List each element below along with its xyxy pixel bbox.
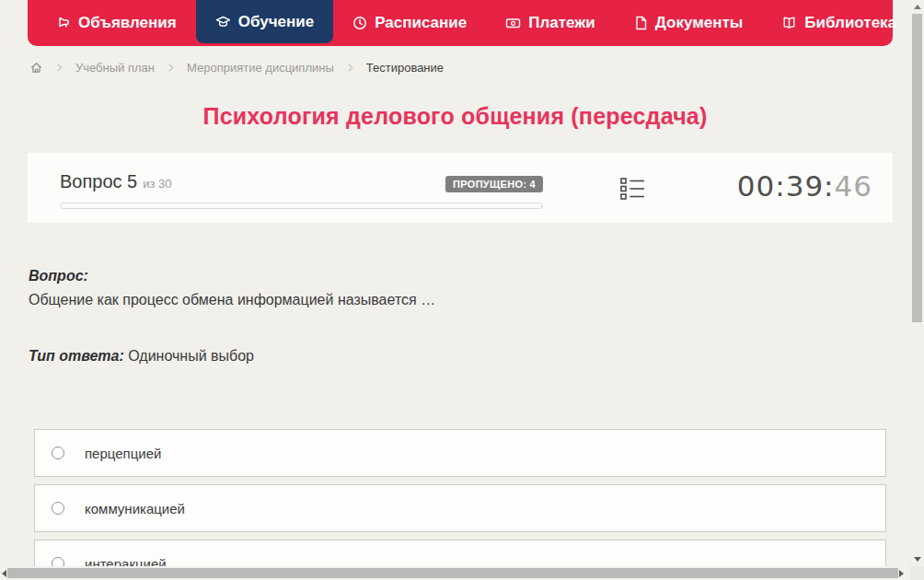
nav-item-label: Обучение [238, 13, 314, 31]
breadcrumb-item-testing: Тестирование [366, 61, 444, 75]
nav-item-library[interactable]: Библиотека [762, 0, 910, 46]
lms-test-page: Объявления Обучение Расписание Платежи [0, 0, 910, 566]
nav-item-documents[interactable]: Документы [615, 0, 763, 46]
clock-icon [352, 16, 367, 30]
nav-item-payments[interactable]: Платежи [486, 0, 615, 46]
page-title: Психология делового общения (пересдача) [0, 103, 910, 130]
nav-item-label: Платежи [528, 14, 595, 32]
chevron-right-icon [54, 63, 64, 73]
breadcrumb-item-discipline-event[interactable]: Мероприятие дисциплины [187, 61, 334, 75]
open-book-icon [781, 16, 797, 30]
answer-option-label: коммуникацией [85, 501, 185, 516]
scroll-right-arrow-icon[interactable] [899, 570, 904, 577]
breadcrumb: Учебный план Мероприятие дисциплины Тест… [29, 57, 444, 77]
answer-option-label: интеракцией [85, 556, 167, 567]
skipped-badge: ПРОПУЩЕНО: 4 [445, 176, 543, 192]
answer-option[interactable]: коммуникацией [34, 484, 886, 532]
browser-viewport: Объявления Обучение Расписание Платежи [0, 0, 924, 580]
answer-type-value: Одиночный выбор [128, 348, 254, 364]
nav-item-learning[interactable]: Обучение [196, 0, 333, 43]
nav-item-label: Расписание [375, 14, 467, 32]
scroll-down-arrow-icon[interactable] [914, 557, 921, 562]
nav-item-announcements[interactable]: Объявления [37, 0, 196, 46]
answer-type-label: Тип ответа: [29, 348, 124, 364]
answer-type-row: Тип ответа: Одиночный выбор [29, 348, 254, 365]
answer-option-label: перцепцией [85, 446, 161, 461]
timer-hours-minutes: 00:39: [737, 169, 835, 203]
nav-item-label: Библиотека [804, 14, 896, 32]
breadcrumb-item-curriculum[interactable]: Учебный план [75, 61, 155, 75]
radio-button-icon[interactable] [52, 447, 64, 459]
answer-options-list: перцепцией коммуникацией интеракцией [34, 429, 886, 566]
question-total: из 30 [143, 177, 171, 191]
question-text: Общение как процесс обмена информацией н… [29, 292, 875, 308]
scroll-up-arrow-icon[interactable] [914, 5, 921, 9]
vertical-scrollbar-thumb[interactable] [912, 14, 922, 322]
vertical-scrollbar[interactable] [910, 0, 924, 566]
question-progress-block: Вопрос 5 из 30 ПРОПУЩЕНО: 4 [60, 171, 543, 209]
answer-option[interactable]: перцепцией [34, 429, 886, 477]
graduation-cap-icon [215, 15, 231, 29]
test-timer: 00:39:46 [737, 169, 872, 203]
timer-seconds: 46 [835, 169, 872, 203]
nav-item-schedule[interactable]: Расписание [333, 0, 486, 46]
question-header-card: Вопрос 5 из 30 ПРОПУЩЕНО: 4 00:39:46 [28, 153, 893, 223]
scrollbar-corner [910, 566, 924, 580]
question-list-icon[interactable] [619, 177, 645, 201]
nav-item-label: Объявления [78, 14, 177, 32]
chevron-right-icon [166, 63, 176, 73]
radio-button-icon[interactable] [52, 557, 64, 566]
horizontal-scrollbar[interactable] [0, 566, 910, 580]
question-number: Вопрос 5 [60, 171, 137, 192]
megaphone-icon [56, 16, 71, 30]
nav-item-label: Документы [655, 14, 744, 32]
question-progress-bar [60, 203, 543, 209]
scroll-left-arrow-icon[interactable] [2, 570, 6, 577]
horizontal-scrollbar-thumb[interactable] [7, 568, 898, 578]
radio-button-icon[interactable] [52, 502, 64, 515]
main-navbar: Объявления Обучение Расписание Платежи [28, 0, 893, 46]
document-icon [634, 16, 648, 30]
home-icon[interactable] [29, 61, 43, 75]
question-heading: Вопрос: [29, 268, 88, 284]
banknote-icon [505, 16, 521, 30]
answer-option[interactable]: интеракцией [34, 539, 886, 566]
chevron-right-icon [345, 63, 355, 73]
